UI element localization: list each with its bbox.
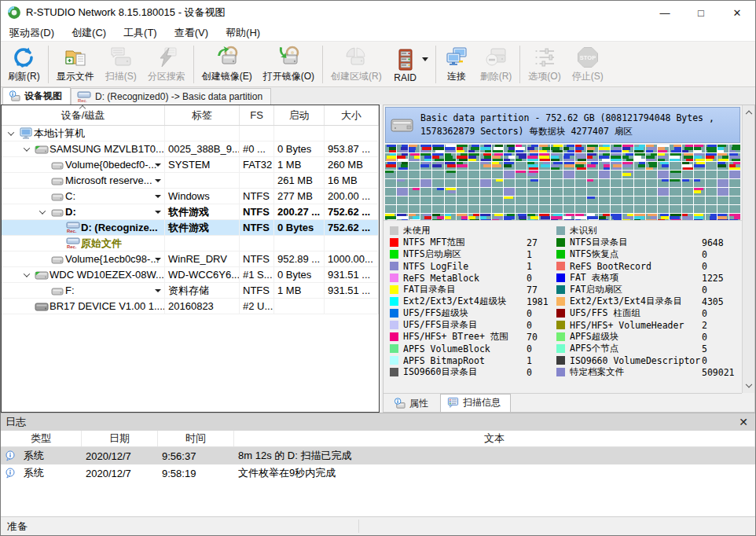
block-cell [527,162,538,170]
log-row-2[interactable]: 系统2020/12/79:58:19文件枚举在9秒内完成 [1,464,755,482]
tree-column-header-1[interactable]: 设备/磁盘 [2,105,165,125]
block-cell [658,171,669,178]
menu-item-4[interactable]: 查看(V) [166,24,217,42]
legend-swatch [556,332,565,341]
log-column-header-3[interactable]: 时间 [158,431,234,446]
tree-row-8[interactable]: Rec.原始文件 [2,236,379,251]
log-cell-text: 8m 12s 的 D: 扫描已完成 [234,447,755,464]
block-stripe [529,167,538,170]
log-column-header-4[interactable]: 文本 [234,431,755,446]
scroll-up-arrow[interactable] [743,105,755,118]
tree-column-header-3[interactable]: FS [240,105,274,125]
legend-item-right-7: Ext2/Ext3/Ext4目录条目4305 [556,296,740,307]
legend-item-right-12: ISO9660 VolumeDescriptor0 [556,354,740,366]
collapse-chevron-icon[interactable] [19,147,35,152]
volume-dropdown-icon[interactable] [155,179,161,182]
tree-row-2[interactable]: SAMSUNG MZVLB1T0...0025_388B_9...#0 ...0… [2,141,379,157]
drive-icon [391,116,414,134]
block-cell [468,188,479,196]
block-stripe [541,164,550,167]
log-column-header-1[interactable]: 类型 [1,431,82,446]
tree-column-header-4[interactable]: 启动 [274,105,325,125]
block-cell [492,179,503,187]
block-cell [516,145,527,152]
toolbar-button-connect[interactable]: 连接 [439,43,475,86]
volume-dropdown-icon[interactable] [155,195,161,198]
close-button[interactable]: ✕ [719,1,755,24]
legend-count: 0 [702,332,707,343]
block-cell [706,205,717,213]
volume-dropdown-icon[interactable] [155,289,161,292]
block-cell [587,153,598,161]
toolbar-button-create-image[interactable]: 创建镜像(E) [196,43,258,86]
tree-cell-device: Volume{0bedecf0-... [2,157,165,172]
block-cell [397,171,408,178]
block-cell [729,205,740,213]
status-text: 准备 [1,519,28,534]
tree-row-10[interactable]: WDC WD10EZEX-08W...WD-WCC6Y6...#1 S...0 … [2,267,379,283]
tree-row-4[interactable]: Microsoft reserve...261 MB16 MB [2,173,379,189]
tree-column-header-5[interactable]: 大小 [325,105,379,125]
legend-label: NTFS恢复点 [570,248,702,260]
toolbar-button-show-files[interactable]: 显示文件 [51,43,100,86]
block-cell [682,145,693,152]
tree-row-6[interactable]: D:软件游戏NTFS200.27 ...752.62 ... [2,204,379,220]
maximize-button[interactable]: □ [683,1,719,24]
tree-cell-label: 0025_388B_9... [165,141,240,156]
scroll-down-arrow[interactable] [743,380,755,393]
tree-column-header-2[interactable]: 标签 [165,105,240,125]
tree-row-3[interactable]: Volume{0bedecf0-...SYSTEMFAT321 MB260 MB [2,157,379,173]
raid-dropdown-arrow[interactable] [422,57,428,61]
legend-count: 0 [527,343,532,354]
partition-info-header: Basic data partition - 752.62 GB (808121… [385,107,740,143]
info-tab-1[interactable]: 属性 [387,395,439,412]
scan-block-map[interactable] [385,145,740,220]
volume-dropdown-icon[interactable] [155,258,161,261]
block-cell [646,179,657,187]
toolbar-button-refresh[interactable]: 刷新(R) [2,43,46,86]
volume-dropdown-icon[interactable] [155,163,161,167]
toolbar-button-raid[interactable]: RAID [387,43,424,86]
block-stripe [706,159,713,161]
menu-item-2[interactable]: 创建(C) [63,24,115,42]
tree-row-7[interactable]: Rec.D: (Recognize...软件游戏NTFS0 Bytes752.6… [2,220,379,236]
volume-dropdown-icon[interactable] [155,211,161,214]
collapse-chevron-icon[interactable] [19,273,35,277]
scan-legend: 未使用NTFS MFT范围27NTFS启动扇区1NTFS LogFile1ReF… [384,220,742,393]
tree-row-9[interactable]: Volume{1ecb0c98-...WinRE_DRVNTFS952.89 .… [2,251,379,267]
device-name: SAMSUNG MZVLB1T0... [50,143,164,155]
block-stripe [694,179,700,182]
menu-item-1[interactable]: 驱动器(D) [1,24,63,42]
menu-item-3[interactable]: 工具(T) [115,24,166,42]
collapse-chevron-icon[interactable] [35,210,50,215]
toolbar-button-open-image[interactable]: 打开镜像(O) [258,43,320,86]
scan-icon [108,45,134,70]
view-tab-2[interactable]: Rec.D: (Recognized0) -> Basic data parti… [71,88,271,105]
menu-item-5[interactable]: 帮助(H) [217,24,269,42]
minimize-button[interactable]: — [647,1,683,24]
tree-row-1[interactable]: 本地计算机 [2,126,379,141]
block-cell [385,179,396,187]
block-cell [694,171,705,178]
tree-cell-size: 752.62 ... [325,220,379,235]
info-tab-label: 扫描信息 [463,396,501,409]
block-stripe [646,219,656,220]
view-tab-1[interactable]: 设备视图 [2,87,71,105]
log-column-header-2[interactable]: 日期 [82,431,158,446]
svg-text:Rec.: Rec. [67,229,77,233]
block-cell [527,188,538,196]
tree-header: 设备/磁盘标签FS启动大小 [2,105,379,126]
log-close-icon[interactable]: ✕ [736,415,750,429]
block-cell [551,162,562,170]
block-cell [551,145,562,152]
log-row-1[interactable]: 系统2020/12/79:56:378m 12s 的 D: 扫描已完成 [1,447,755,464]
right-scrollbar[interactable] [742,105,754,393]
collapse-chevron-icon[interactable] [3,131,19,136]
info-tab-2[interactable]: 扫描信息 [440,394,511,412]
tree-row-12[interactable]: BR17 DEVICE V1.00 1....20160823#2 U... [2,299,379,314]
tree-cell-label: 软件游戏 [165,204,240,219]
tree-row-5[interactable]: C:WindowsNTFS277 MB200.00 ... [2,189,379,204]
block-cell [670,188,681,196]
block-cell [420,214,431,220]
tree-row-11[interactable]: F:资料存储NTFS1 MB931.51 ... [2,283,379,299]
